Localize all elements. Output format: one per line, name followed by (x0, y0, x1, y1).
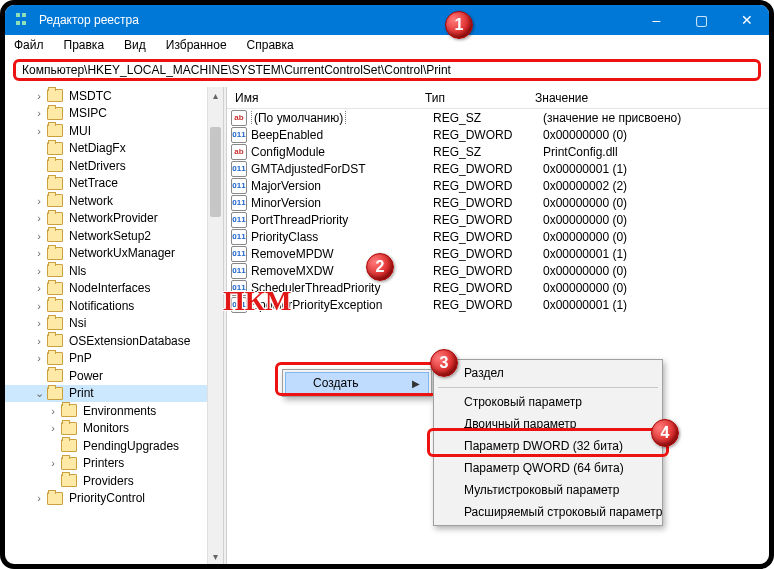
tree-expander-icon[interactable]: › (47, 405, 59, 417)
menu-item-create-label: Создать (313, 376, 359, 390)
menu-favorites[interactable]: Избранное (163, 36, 230, 54)
tree-item-label: PnP (67, 351, 94, 365)
folder-icon (47, 387, 63, 400)
menu-file[interactable]: Файл (11, 36, 47, 54)
tree-item[interactable]: ›NodeInterfaces (5, 280, 223, 298)
tree-expander-icon[interactable]: › (33, 352, 45, 364)
tree-item[interactable]: NetDrivers (5, 157, 223, 175)
tree-item[interactable]: PendingUpgrades (5, 437, 223, 455)
tree-expander-icon[interactable]: › (33, 335, 45, 347)
tree-item[interactable]: NetTrace (5, 175, 223, 193)
list-row[interactable]: 011RemoveMXDWREG_DWORD0x00000000 (0) (227, 262, 769, 279)
address-bar[interactable]: Компьютер\HKEY_LOCAL_MACHINE\SYSTEM\Curr… (13, 59, 761, 81)
tree-expander-icon[interactable]: › (33, 265, 45, 277)
tree-item[interactable]: ›PnP (5, 350, 223, 368)
tree-item[interactable]: ›Notifications (5, 297, 223, 315)
close-button[interactable]: ✕ (724, 5, 769, 35)
tree-item[interactable]: ›NetworkSetup2 (5, 227, 223, 245)
menu-view[interactable]: Вид (121, 36, 149, 54)
tree-item[interactable]: ›Network (5, 192, 223, 210)
menu-edit[interactable]: Правка (61, 36, 108, 54)
tree-item[interactable]: ›Nls (5, 262, 223, 280)
tree-expander-icon[interactable]: › (33, 90, 45, 102)
tree-expander-icon[interactable]: › (33, 282, 45, 294)
binary-value-icon: 011 (231, 280, 247, 296)
list-row[interactable]: 011BeepEnabledREG_DWORD0x00000000 (0) (227, 126, 769, 143)
tree-expander-icon[interactable]: › (33, 300, 45, 312)
tree-item[interactable]: ›OSExtensionDatabase (5, 332, 223, 350)
submenu-arrow-icon: ▶ (412, 378, 420, 389)
minimize-button[interactable]: – (634, 5, 679, 35)
tree-item[interactable]: ›NetworkProvider (5, 210, 223, 228)
scroll-thumb[interactable] (210, 127, 221, 217)
tree-item-label: NetworkSetup2 (67, 229, 153, 243)
cell-value: 0x00000000 (0) (543, 213, 769, 227)
tree-expander-icon[interactable]: ⌄ (33, 387, 45, 400)
tree-expander-icon[interactable]: › (33, 212, 45, 224)
tree-item[interactable]: ›MSDTC (5, 87, 223, 105)
cell-type: REG_DWORD (433, 162, 543, 176)
tree-scrollbar[interactable]: ▴ ▾ (207, 87, 223, 564)
tree-item[interactable]: ›Monitors (5, 420, 223, 438)
tree-item[interactable]: ›PriorityControl (5, 490, 223, 508)
submenu-item-multistring[interactable]: Мультистроковый параметр (436, 479, 660, 501)
list-row[interactable]: 011PortThreadPriorityREG_DWORD0x00000000… (227, 211, 769, 228)
tree-item-label: MSIPC (67, 106, 109, 120)
list-row[interactable]: 011MinorVersionREG_DWORD0x00000000 (0) (227, 194, 769, 211)
list-row[interactable]: 011SchedulerThreadPriorityREG_DWORD0x000… (227, 279, 769, 296)
list-view[interactable]: Имя Тип Значение ab(По умолчанию)REG_SZ(… (227, 87, 769, 564)
folder-icon (47, 282, 63, 295)
tree-expander-icon[interactable]: › (33, 125, 45, 137)
col-header-name[interactable]: Имя (227, 91, 417, 105)
tree-expander-icon[interactable]: › (33, 317, 45, 329)
folder-icon (47, 177, 63, 190)
tree-expander-icon[interactable]: › (33, 492, 45, 504)
submenu-item-binary[interactable]: Двоичный параметр (436, 413, 660, 435)
string-value-icon: ab (231, 144, 247, 160)
tree-item[interactable]: ›Environments (5, 402, 223, 420)
tree-item[interactable]: Power (5, 367, 223, 385)
scroll-up-button[interactable]: ▴ (208, 87, 223, 103)
tree-item[interactable]: ›MUI (5, 122, 223, 140)
list-row[interactable]: 011PriorityClassREG_DWORD0x00000000 (0) (227, 228, 769, 245)
submenu-item-qword[interactable]: Параметр QWORD (64 бита) (436, 457, 660, 479)
tree-expander-icon[interactable]: › (33, 195, 45, 207)
list-row[interactable]: 011MajorVersionREG_DWORD0x00000002 (2) (227, 177, 769, 194)
tree-view[interactable]: ›MSDTC›MSIPC›MUINetDiagFxNetDriversNetTr… (5, 87, 223, 564)
menu-item-create[interactable]: Создать ▶ (285, 372, 429, 394)
col-header-value[interactable]: Значение (527, 91, 769, 105)
tree-item[interactable]: ›Nsi (5, 315, 223, 333)
tree-expander-icon[interactable]: › (47, 422, 59, 434)
list-row[interactable]: 011RemoveMPDWREG_DWORD0x00000001 (1) (227, 245, 769, 262)
scroll-down-button[interactable]: ▾ (208, 548, 223, 564)
tree-item[interactable]: Providers (5, 472, 223, 490)
tree-item[interactable]: NetDiagFx (5, 140, 223, 158)
tree-item[interactable]: ›MSIPC (5, 105, 223, 123)
submenu-item-expandstring[interactable]: Расширяемый строковый параметр (436, 501, 660, 523)
submenu-item-string[interactable]: Строковый параметр (436, 391, 660, 413)
create-submenu[interactable]: Раздел Строковый параметр Двоичный парам… (433, 359, 663, 526)
tree-expander-icon[interactable]: › (33, 107, 45, 119)
tree-expander-icon[interactable]: › (33, 230, 45, 242)
col-header-type[interactable]: Тип (417, 91, 527, 105)
submenu-item-key[interactable]: Раздел (436, 362, 660, 384)
list-row[interactable]: 011SpoolerPriorityExceptionREG_DWORD0x00… (227, 296, 769, 313)
context-menu[interactable]: Создать ▶ (282, 369, 432, 397)
tree-item[interactable]: ⌄Print (5, 385, 223, 403)
binary-value-icon: 011 (231, 212, 247, 228)
cell-name: SpoolerPriorityException (251, 298, 433, 312)
tree-expander-icon[interactable]: › (47, 457, 59, 469)
submenu-item-dword[interactable]: Параметр DWORD (32 бита) (436, 435, 660, 457)
maximize-button[interactable]: ▢ (679, 5, 724, 35)
list-row[interactable]: ab(По умолчанию)REG_SZ(значение не присв… (227, 109, 769, 126)
tree-item[interactable]: ›NetworkUxManager (5, 245, 223, 263)
list-row[interactable]: abConfigModuleREG_SZPrintConfig.dll (227, 143, 769, 160)
cell-value: PrintConfig.dll (543, 145, 769, 159)
tree-item-label: Environments (81, 404, 158, 418)
tree-expander-icon[interactable]: › (33, 247, 45, 259)
cell-type: REG_DWORD (433, 247, 543, 261)
tree-item[interactable]: ›Printers (5, 455, 223, 473)
list-row[interactable]: 011GMTAdjustedForDSTREG_DWORD0x00000001 … (227, 160, 769, 177)
tree-item-label: OSExtensionDatabase (67, 334, 192, 348)
menu-help[interactable]: Справка (244, 36, 297, 54)
